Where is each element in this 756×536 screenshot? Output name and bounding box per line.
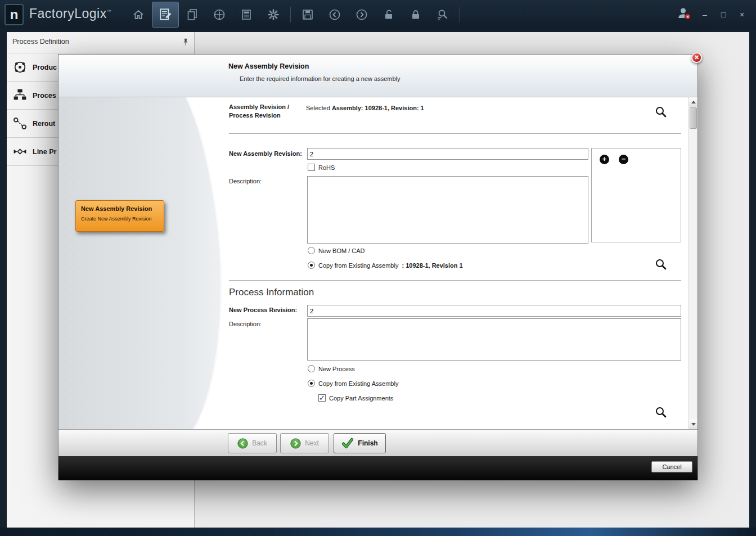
process-icon	[12, 88, 28, 103]
copy-existing-process-radio[interactable]	[308, 380, 315, 387]
copy-existing-process-radio-row[interactable]: Copy from Existing Assembly	[308, 380, 398, 387]
copy-existing-assembly-label: Copy from Existing Assembly	[318, 262, 398, 269]
wizard-step-indicator[interactable]: New Assembly Revision Create New Assembl…	[75, 200, 164, 232]
sidebar-item-label: Proces	[33, 92, 56, 100]
app-name-text: FactoryLogix	[29, 6, 107, 21]
next-arrow-icon	[290, 438, 301, 449]
wizard-sidebar	[58, 97, 223, 429]
new-process-radio-row[interactable]: New Process	[308, 365, 355, 372]
copy-part-assignments-row[interactable]: Copy Part Assignments	[318, 394, 393, 402]
revision-list-panel: + −	[591, 148, 681, 242]
panel-title: Process Definition	[12, 38, 69, 46]
selected-prefix: Selected	[306, 105, 332, 111]
copy-existing-assembly-radio[interactable]	[308, 262, 315, 269]
finish-button-label: Finish	[358, 439, 377, 447]
scroll-down-icon[interactable]	[689, 420, 698, 429]
new-process-revision-input[interactable]	[307, 305, 681, 317]
next-button[interactable]: Next	[280, 433, 329, 453]
assembly-description-textarea[interactable]	[307, 176, 588, 244]
step-title: New Assembly Revision	[81, 205, 159, 212]
assembly-search-icon[interactable]	[655, 106, 667, 118]
pin-icon[interactable]	[182, 38, 190, 49]
copy-existing-assembly-radio-row[interactable]: Copy from Existing Assembly : 10928-1, R…	[308, 262, 463, 269]
dialog-header: New Assembly Revision Enter the required…	[58, 55, 698, 97]
app-logo: n	[4, 4, 24, 25]
report-icon[interactable]	[233, 2, 260, 28]
step-subtitle: Create New Assembly Revision	[81, 216, 159, 222]
back-button[interactable]: Back	[228, 433, 277, 453]
window-bottom-edge	[0, 528, 756, 536]
sidebar-item-label: Rerout	[33, 120, 55, 128]
new-process-label: New Process	[318, 366, 355, 372]
navigate-icon[interactable]	[206, 2, 233, 28]
copy-assembly-search-icon[interactable]	[655, 258, 667, 271]
process-description-textarea[interactable]	[307, 318, 681, 361]
back-arrow-icon	[237, 438, 248, 449]
scrollbar-thumb[interactable]	[690, 107, 697, 129]
sidebar-item-label: Produc	[33, 64, 57, 71]
process-editor-icon[interactable]	[152, 2, 179, 28]
scrollbar[interactable]	[688, 97, 698, 429]
home-icon[interactable]	[125, 2, 152, 28]
toolbar	[125, 1, 464, 28]
rohs-checkbox-row[interactable]: RoHS	[308, 164, 335, 171]
dialog-close-icon[interactable]: ✕	[691, 52, 702, 63]
reroute-icon	[12, 116, 28, 131]
new-assembly-revision-input[interactable]	[307, 148, 588, 160]
copy-existing-process-label: Copy from Existing Assembly	[318, 380, 398, 387]
add-icon[interactable]: +	[600, 155, 609, 164]
rohs-checkbox[interactable]	[308, 164, 315, 171]
find-icon[interactable]	[429, 2, 456, 28]
new-assembly-revision-label: New Assembly Revision:	[229, 150, 302, 157]
remove-icon[interactable]: −	[619, 155, 628, 164]
selected-assembly-text: Selected Assembly: 10928-1, Revision: 1	[306, 105, 424, 111]
back-icon[interactable]	[321, 2, 348, 28]
new-process-revision-label: New Process Revision:	[229, 307, 297, 313]
process-description-label: Description:	[229, 321, 262, 327]
next-button-label: Next	[305, 439, 319, 447]
panel-header: Process Definition	[7, 32, 194, 53]
new-assembly-revision-dialog: ✕ New Assembly Revision Enter the requir…	[58, 54, 698, 480]
line-process-icon	[12, 144, 28, 159]
settings-icon[interactable]	[260, 2, 287, 28]
assembly-description-label: Description:	[229, 178, 262, 184]
back-button-label: Back	[252, 439, 267, 447]
copy-part-assignments-label: Copy Part Assignments	[329, 395, 393, 402]
save-icon[interactable]	[294, 2, 321, 28]
dialog-title: New Assembly Revision	[228, 62, 309, 70]
copy-process-search-icon[interactable]	[655, 406, 667, 418]
finish-check-icon	[341, 438, 354, 449]
maximize-button[interactable]: □	[718, 10, 728, 19]
new-bom-cad-radio-row[interactable]: New BOM / CAD	[308, 247, 365, 254]
toolbar-separator	[460, 7, 460, 22]
minimize-button[interactable]: –	[700, 10, 710, 19]
rohs-label: RoHS	[318, 164, 335, 171]
divider	[229, 133, 681, 134]
sidebar-item-label: Line Pr	[33, 148, 56, 156]
new-bom-cad-radio[interactable]	[308, 247, 315, 254]
user-icon[interactable]	[676, 6, 691, 23]
process-information-heading: Process Information	[229, 287, 314, 298]
product-icon	[12, 60, 28, 75]
dialog-subtitle: Enter the required information for creat…	[240, 75, 400, 82]
lock-icon[interactable]	[402, 2, 429, 28]
unlock-icon[interactable]	[375, 2, 402, 28]
forward-icon[interactable]	[348, 2, 375, 28]
new-process-radio[interactable]	[308, 365, 315, 372]
cancel-button[interactable]: Cancel	[651, 461, 692, 472]
selected-value: Assembly: 10928-1, Revision: 1	[332, 105, 424, 111]
dialog-body: New Assembly Revision Create New Assembl…	[58, 97, 698, 429]
wizard-button-bar: Back Next Finish	[58, 429, 698, 456]
divider	[229, 280, 681, 281]
copy-part-assignments-checkbox[interactable]	[318, 394, 326, 402]
app-title: FactoryLogix™	[29, 6, 111, 21]
copy-existing-assembly-value: : 10928-1, Revision 1	[402, 262, 462, 269]
dialog-footer: Cancel	[58, 456, 698, 480]
toolbar-separator	[290, 7, 291, 22]
scroll-up-icon[interactable]	[689, 97, 698, 107]
trademark: ™	[107, 9, 112, 14]
copy-icon[interactable]	[179, 2, 206, 28]
assembly-revision-section-label: Assembly Revision / Process Revision	[229, 103, 307, 120]
close-button[interactable]: ×	[737, 10, 747, 19]
finish-button[interactable]: Finish	[334, 433, 386, 453]
